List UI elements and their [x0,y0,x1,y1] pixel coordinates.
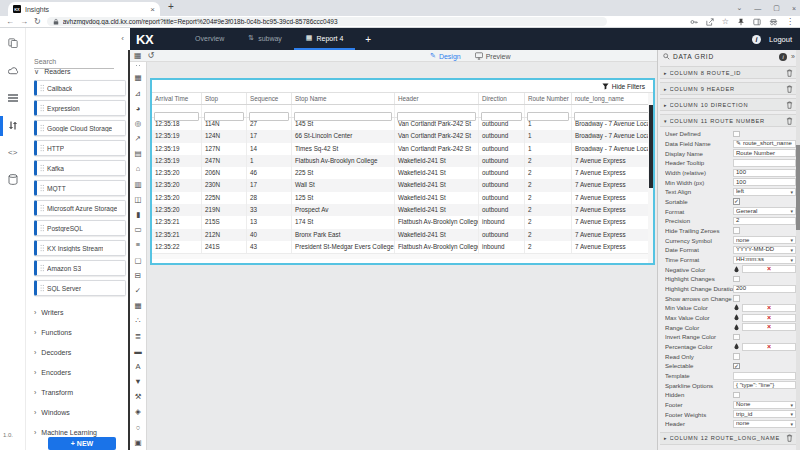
cards-icon[interactable]: ▥ [134,177,141,192]
circle-icon[interactable]: ○ [136,420,141,435]
tab-close-icon[interactable]: × [150,5,155,14]
grid-header-stop[interactable]: Stop [202,93,247,104]
list-menu-icon[interactable] [8,94,18,102]
input-precision[interactable]: 2 [733,217,796,225]
input-data-field-name[interactable]: ✎route_short_name [733,140,796,148]
checkbox-user-defined[interactable] [733,131,740,138]
checkbox-selectable[interactable]: ✓ [733,363,740,370]
select-header[interactable]: none▾ [733,420,796,428]
select-time-format[interactable]: HH:mm:ss▾ [733,256,796,264]
grid-row[interactable]: 12:35:19124N1766 St-Lincoln CenterVan Co… [152,130,653,142]
input-box-icon[interactable]: ⊟ [135,268,141,283]
design-tab[interactable]: ✎ Design [430,52,461,60]
grid-row[interactable]: 12:35:20230N17Wall StWakefield-241 Stout… [152,179,653,191]
grid-header-route-number[interactable]: Route Number [525,93,572,104]
app-tab-report-4[interactable]: ▦Report 4 [294,28,355,50]
sidebar-group-functions[interactable]: ›Functions [34,322,126,342]
frame-icon[interactable]: ▢ [134,253,141,268]
drag-handle-icon[interactable] [135,64,142,67]
clear-color-icon[interactable]: × [767,266,771,272]
grid-row[interactable]: 12:35:18114N27145 StVan Cortlandt Park-2… [152,118,653,130]
info-icon[interactable]: i [752,35,761,44]
tree-icon[interactable]: ∴ [136,313,141,328]
input-min-width-px[interactable]: 100 [733,178,796,186]
reader-item-sql-server[interactable]: SQL Server [34,280,126,296]
pipelines-icon[interactable] [8,120,18,131]
grid-scrollbar[interactable] [648,93,653,263]
grid-row[interactable]: 12:35:20225N28125 StWakefield-241 Stoutb… [152,192,653,204]
grid-header-header[interactable]: Header [395,93,479,104]
pie-chart-icon[interactable]: ◕ [136,101,141,116]
input-template[interactable] [733,372,796,380]
inspector-section-column-9-header[interactable]: ▸COLUMN 9 HEADER [660,82,798,95]
inspector-scrollbar[interactable] [796,50,800,450]
app-tab-overview[interactable]: Overview [183,28,236,50]
checkbox-show-arrows-on-change[interactable] [733,295,740,302]
browser-tab[interactable]: KX Insights × [8,2,160,16]
grid-row[interactable]: 12:35:21212N40Bronx Park EastWakefield-2… [152,229,653,241]
passkey-icon[interactable] [690,18,698,26]
search-field[interactable] [34,50,114,69]
donut-chart-icon[interactable]: ◎ [135,116,142,131]
color-value-field[interactable]: × [742,343,796,351]
input-header-tooltip[interactable] [733,159,796,167]
grid-header-sequence[interactable]: Sequence [247,93,292,104]
check-circle-icon[interactable]: ✓ [135,283,141,298]
columns-layout-icon[interactable]: ◫ [134,192,141,207]
select-date-format[interactable]: YYYY-MM-DD▾ [733,246,796,254]
grid-row[interactable]: 12:35:20206N46225 StWakefield-241 Stoutb… [152,167,653,179]
list-icon[interactable]: ≣ [135,329,141,344]
grid-row[interactable]: 12:35:21215S13174 StFlatbush Av-Brooklyn… [152,216,653,228]
text-icon[interactable]: A [135,359,140,374]
forward-button[interactable]: → [20,18,28,26]
checkbox-read-only[interactable] [733,353,740,360]
reader-item-kafka[interactable]: Kafka [34,160,126,176]
grid-header-arrival-time[interactable]: Arrival Time [152,93,202,104]
checkbox-highlight-changes[interactable] [733,276,740,283]
eyedropper-icon[interactable] [733,314,740,321]
filter-icon[interactable]: ▼ [134,374,141,389]
grid-header-route-long-name[interactable]: route_long_name [572,93,653,104]
reader-item-google-cloud-storage[interactable]: Google Cloud Storage [34,120,126,136]
select-footer-weights[interactable]: trip_id▾ [733,410,796,418]
new-pipeline-button[interactable]: + NEW [48,437,116,450]
search-icon[interactable] [663,53,670,60]
reader-item-microsoft-azure-storage[interactable]: Microsoft Azure Storage [34,200,126,216]
select-footer[interactable]: None▾ [733,401,796,409]
close-window-button[interactable]: × [792,5,796,12]
inspector-section-column-10-direction[interactable]: ▸COLUMN 10 DIRECTION [660,98,798,111]
delete-column-icon[interactable] [786,69,794,77]
grid-row[interactable]: 12:35:19247N1Flatbush Av-Brooklyn Colleg… [152,155,653,167]
grid-row[interactable]: 12:35:22241S43President St-Medgar Evers … [152,241,653,253]
side-panel-icon[interactable] [753,18,761,26]
data-grid-widget[interactable]: Hide Filters Arrival TimeStopSequenceSto… [150,78,655,265]
sidebar-group-windows[interactable]: ›Windows [34,402,126,422]
trend-icon[interactable]: ↗ [135,131,141,146]
menu-lines-icon[interactable]: ≡ [136,237,140,252]
delete-column-icon[interactable] [786,117,794,125]
checkbox-invert-range-color[interactable] [733,334,740,341]
color-value-field[interactable]: × [742,265,796,273]
checkbox-hide-trailing-zeroes[interactable] [733,227,740,234]
select-format[interactable]: General▾ [733,207,796,215]
select-currency-symbol[interactable]: none▾ [733,236,796,244]
database-icon[interactable] [8,174,18,185]
back-button[interactable]: ← [6,18,14,26]
clear-color-icon[interactable]: × [767,324,771,330]
delete-column-icon[interactable] [786,85,794,93]
input-width-relative[interactable]: 100 [733,169,796,177]
eyedropper-icon[interactable] [733,266,740,273]
clear-color-icon[interactable]: × [767,344,771,350]
minimize-button[interactable]: — [754,5,761,12]
add-report-tab-button[interactable]: + [365,34,371,45]
grid-settings-icon[interactable]: ▦ [134,52,142,60]
table-widget-icon[interactable]: ▦ [134,70,141,85]
image-icon[interactable]: ▣ [134,435,141,450]
eyedropper-icon[interactable] [733,304,740,311]
reader-item-postgresql[interactable]: PostgreSQL [34,220,126,236]
sidebar-group-readers[interactable]: ∨ Readers [34,68,71,76]
reader-item-http[interactable]: HTTP [34,140,126,156]
eyedropper-icon[interactable] [733,324,740,331]
maximize-button[interactable]: ▢ [773,4,780,12]
logout-button[interactable]: Logout [769,35,792,44]
